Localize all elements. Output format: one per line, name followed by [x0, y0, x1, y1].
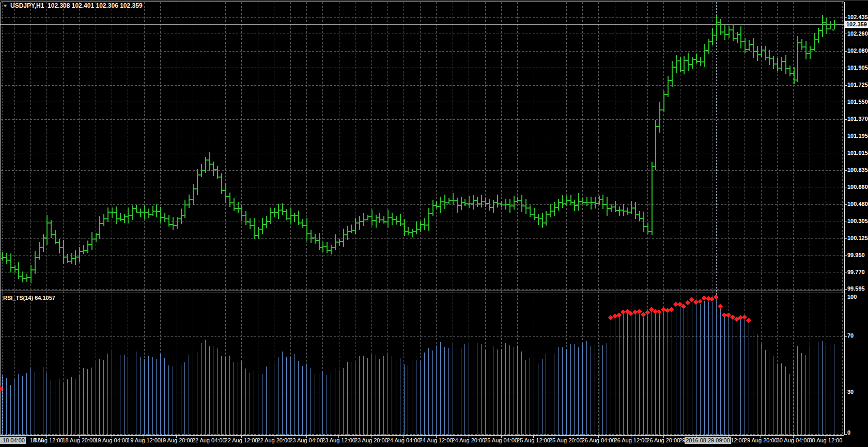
time-axis-label: 19 Aug 04:00 — [95, 437, 128, 444]
indicator-axis-label: 100 — [847, 294, 857, 300]
time-axis-label: 25 Aug 04:00 — [484, 437, 518, 444]
rsi-signal-dot — [718, 304, 723, 309]
rsi-signal-dot — [637, 309, 642, 314]
rsi-signal-dot — [709, 297, 715, 302]
rsi-signal-dot — [693, 299, 699, 305]
ohlc-quote-line: 102.308 102.401 102.306 102.359 — [48, 2, 143, 9]
rsi-signal-dot — [702, 296, 707, 301]
price-axis-label: 99.770 — [847, 269, 865, 276]
rsi-histogram-bars[interactable] — [3, 299, 834, 435]
rsi-signal-dot — [608, 315, 613, 321]
time-axis-label: 26 Aug 04:00 — [582, 437, 615, 444]
price-axis-label: 101.370 — [847, 116, 868, 122]
indicator-label: RSI_TS(14) 64.1057 — [3, 295, 55, 301]
symbol-dropdown-icon[interactable] — [3, 5, 7, 7]
rsi-signal-dot — [612, 314, 617, 319]
rsi-signal-dot — [730, 314, 735, 320]
current-price-badge: 102.359 — [845, 21, 868, 28]
time-axis-label: 23 Aug 20:00 — [354, 437, 388, 444]
chart-title: USDJPY,H1 102.308 102.401 102.306 102.35… — [3, 3, 143, 9]
price-axis-label: 101.195 — [847, 133, 868, 139]
rsi-signal-dot — [616, 312, 622, 317]
time-axis-label: 22 Aug 04:00 — [192, 437, 226, 444]
price-axis-label: 100.835 — [847, 167, 868, 173]
clipped-date-remnant: 016 — [34, 437, 43, 443]
price-bars[interactable] — [1, 15, 836, 283]
rsi-signal-dot — [661, 307, 666, 312]
time-axis-label: 26 Aug 20:00 — [646, 437, 680, 444]
time-axis-label: 22 Aug 20:00 — [257, 437, 290, 444]
price-axis-label: 100.125 — [847, 235, 868, 242]
time-axis-label: 30 Aug 04:00 — [777, 437, 810, 444]
mt4-chart-window: USDJPY,H1 102.308 102.401 102.306 102.35… — [0, 0, 868, 447]
time-axis-label: 23 Aug 12:00 — [322, 437, 355, 444]
axis-tick-marks — [47, 18, 847, 439]
price-axis-label: 102.435 — [847, 14, 868, 21]
price-axis-label: 100.480 — [847, 201, 868, 207]
time-axis-label: 22 Aug 12:00 — [225, 437, 258, 444]
rsi-signal-dot — [645, 310, 650, 315]
indicator-axis-label: 30 — [847, 389, 854, 395]
rsi-signal-dot — [685, 300, 690, 306]
rsi-signal-dot — [689, 297, 694, 302]
time-axis-label: 26 Aug 12:00 — [614, 437, 648, 444]
time-axis-label: 25 Aug 12:00 — [517, 437, 550, 444]
rsi-signal-dot — [714, 294, 719, 299]
time-axis-label: 24 Aug 04:00 — [387, 437, 421, 444]
price-axis-label: 102.260 — [847, 30, 868, 37]
time-axis-label: 19 Aug 20:00 — [160, 437, 193, 444]
rsi-signal-dot — [621, 309, 626, 314]
price-axis-label: 101.015 — [847, 150, 868, 156]
price-axis-label: 102.080 — [847, 47, 868, 54]
time-axis-label: 30 Aug 12:00 — [809, 437, 842, 444]
time-axis-label: 29 Aug 20:00 — [744, 437, 778, 444]
indicator-axis-label: 70 — [847, 332, 854, 339]
rsi-signal-dot — [665, 308, 670, 313]
time-axis-label: 24 Aug 20:00 — [452, 437, 485, 444]
rsi-signal-dot — [726, 312, 731, 317]
time-axis-label: 23 Aug 04:00 — [289, 437, 323, 444]
time-axis-label: 25 Aug 20:00 — [549, 437, 583, 444]
symbol-timeframe: USDJPY,H1 — [10, 2, 44, 9]
rsi-signal-dot — [742, 315, 747, 320]
chart-canvas[interactable] — [0, 0, 868, 447]
price-axis-label: 101.550 — [847, 99, 868, 105]
rsi-signal-dot — [698, 299, 703, 304]
highlighted-date-left: .18 04:00 — [0, 437, 26, 444]
price-axis-label: 101.905 — [847, 65, 868, 71]
panel-borders — [0, 1, 868, 436]
price-axis-label: 100.305 — [847, 218, 868, 225]
time-axis-label: 24 Aug 12:00 — [420, 437, 453, 444]
time-axis-label: 19 Aug 12:00 — [127, 437, 161, 444]
price-axis-label: 101.725 — [847, 82, 868, 88]
highlighted-date-right: 2016.08.29 09:00 — [685, 437, 731, 444]
rsi-signal-dot — [746, 317, 751, 323]
rsi-signal-dot — [641, 312, 646, 317]
price-axis-label: 99.950 — [847, 252, 865, 259]
price-axis-label: 99.595 — [847, 285, 865, 292]
time-axis-label: 18 Aug 20:00 — [62, 437, 96, 444]
indicator-axis-label: 0 — [847, 429, 850, 436]
rsi-signal-dot — [657, 309, 662, 314]
rsi-signal-dot — [669, 307, 674, 312]
price-axis-label: 100.660 — [847, 184, 868, 190]
